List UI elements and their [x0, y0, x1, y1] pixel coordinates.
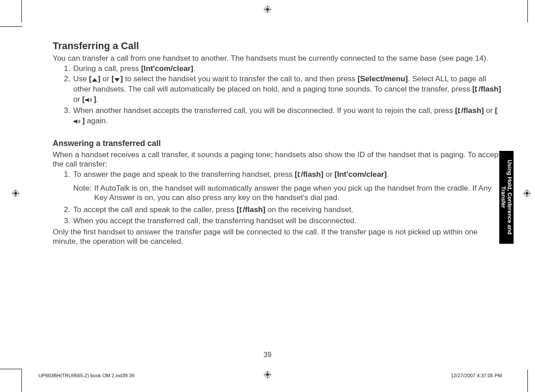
key-label: [/flash]	[455, 106, 484, 115]
step-text: To accept the call and speak to the call…	[73, 205, 237, 214]
svg-point-3	[266, 8, 269, 11]
footer-left: UP883BH(TRU9565-2) book OM 2.ind39 39	[38, 373, 134, 378]
step-text: When another handset accepts the transfe…	[73, 106, 455, 115]
crop-mark	[0, 26, 22, 27]
key-label: [Select/menu]	[358, 74, 408, 83]
subsection-intro: When a handset receives a call transfer,…	[53, 150, 504, 169]
registration-mark-icon	[12, 189, 20, 197]
key-label: []	[89, 74, 100, 83]
subsection-outro: Only the first handset to answer the tra…	[53, 227, 504, 246]
speaker-icon	[73, 117, 82, 126]
svg-point-11	[526, 192, 528, 195]
crop-mark	[21, 0, 22, 22]
step-text: to select the handset you want to transf…	[123, 74, 358, 83]
step-text: .	[96, 95, 99, 104]
note-label: Note:	[73, 183, 92, 202]
key-label: [/flash]	[295, 170, 323, 179]
step-text: .	[193, 64, 196, 73]
key-label: [/flash]	[237, 205, 265, 214]
crop-mark	[0, 369, 22, 369]
step-text: on the receiving handset.	[265, 205, 353, 214]
svg-rect-20	[74, 121, 75, 122]
crop-mark	[527, 0, 528, 22]
step-text: To answer the page and speak to the tran…	[73, 170, 295, 179]
step-text: During a call, press	[73, 64, 141, 73]
step-text: or	[323, 170, 334, 179]
phone-icon	[458, 107, 461, 116]
key-label: [Int'com/clear]	[334, 170, 387, 179]
subsection-steps: To answer the page and speak to the tran…	[53, 170, 504, 225]
step-item: Use [] or [] to select the handset you w…	[72, 74, 504, 105]
note: Note: If AutoTalk is on, the handset wil…	[73, 183, 504, 203]
svg-marker-16	[92, 78, 97, 82]
step-text: or	[100, 74, 112, 83]
page-number: 39	[0, 351, 535, 359]
svg-marker-21	[75, 119, 77, 124]
registration-mark-icon	[263, 5, 272, 13]
page-content: Transferring a Call You can transfer a c…	[53, 40, 504, 247]
phone-icon	[297, 171, 301, 180]
section-intro: You can transfer a call from one handset…	[53, 54, 504, 63]
crop-mark	[527, 370, 528, 392]
speaker-icon	[85, 96, 94, 105]
step-item: When another handset accepts the transfe…	[72, 106, 504, 126]
step-item: To accept the call and speak to the call…	[72, 205, 504, 215]
step-item: To answer the page and speak to the tran…	[72, 170, 504, 203]
key-label: [Int'com/clear]	[141, 64, 193, 73]
step-text: or	[73, 95, 82, 104]
key-label: [/flash]	[472, 84, 501, 93]
up-arrow-icon	[92, 75, 98, 84]
step-item: When you accept the transferred call, th…	[72, 216, 504, 225]
footer-right: 12/27/2007 4:37:05 PM	[451, 373, 502, 378]
note-text: If AutoTalk is on, the handset will auto…	[94, 183, 504, 202]
svg-point-7	[14, 192, 17, 195]
step-text: again.	[85, 116, 108, 125]
step-item: During a call, press [Int'com/clear].	[72, 64, 504, 73]
svg-marker-19	[87, 98, 89, 102]
subsection-heading: Answering a transferred call	[53, 139, 504, 148]
crop-mark	[21, 370, 22, 392]
section-steps: During a call, press [Int'com/clear]. Us…	[53, 64, 504, 126]
step-text: When you accept the transferred call, th…	[73, 216, 356, 225]
down-arrow-icon	[114, 75, 120, 84]
step-text: .	[387, 170, 389, 179]
section-heading: Transferring a Call	[53, 40, 504, 52]
step-text: or	[484, 106, 495, 115]
phone-icon	[239, 206, 243, 215]
step-text: Use	[73, 74, 89, 83]
svg-marker-17	[114, 78, 120, 82]
key-label: []	[112, 74, 123, 83]
registration-mark-icon	[523, 189, 531, 197]
svg-rect-18	[85, 99, 87, 101]
key-label: []	[82, 95, 96, 104]
footer: UP883BH(TRU9565-2) book OM 2.ind39 39 12…	[38, 373, 502, 378]
